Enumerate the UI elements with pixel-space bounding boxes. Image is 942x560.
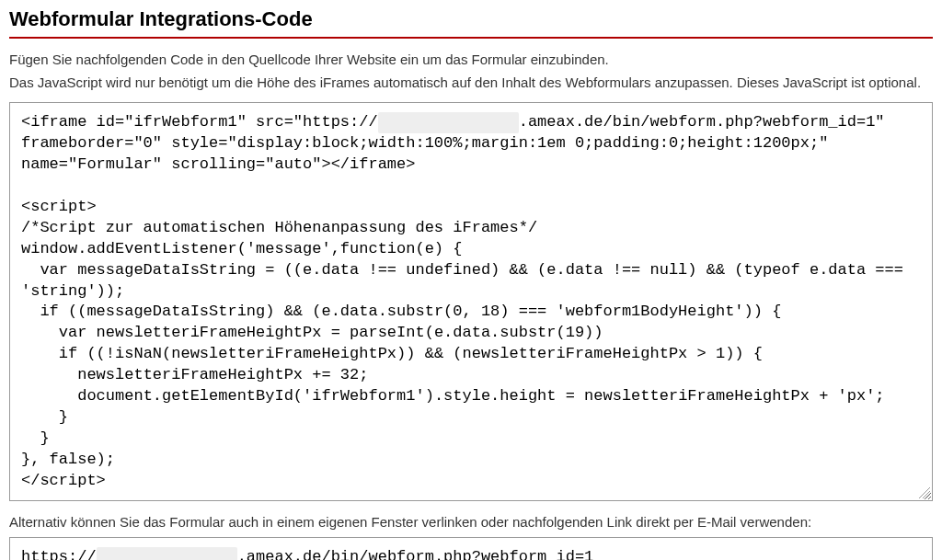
- link-prefix: https://: [21, 548, 97, 560]
- code-script-open: <script>: [21, 198, 97, 215]
- code-set: document.getElementById('ifrWebform1').s…: [21, 387, 885, 405]
- code-if1: if ((messageDataIsString) && (e.data.sub…: [21, 303, 781, 320]
- intro-line-1: Fügen Sie nachfolgenden Code in den Quel…: [9, 50, 933, 71]
- code-close1: }: [21, 408, 68, 426]
- code-var: var messageDataIsString = ((e.data !== u…: [21, 261, 913, 300]
- code-inc: newsletteriFrameHeightPx += 32;: [21, 366, 368, 383]
- code-var2: var newsletteriFrameHeightPx = parseInt(…: [21, 324, 603, 341]
- intro-line-2: Das JavaScript wird nur benötigt um die …: [9, 73, 933, 94]
- code-script-close: </script>: [21, 472, 106, 489]
- direct-link-textarea[interactable]: https:// .ameax.de/bin/webform.php?webfo…: [9, 537, 933, 560]
- code-close3: }, false);: [21, 451, 115, 468]
- header-divider: [9, 37, 933, 39]
- resize-handle-icon: [919, 487, 930, 498]
- code-script-comment: /*Script zur automatischen Höhenanpassun…: [21, 219, 537, 236]
- page-title: Webformular Integrations-Code: [9, 7, 933, 31]
- code-if2: if ((!isNaN(newsletteriFrameHeightPx)) &…: [21, 345, 763, 362]
- code-listener: window.addEventListener('message',functi…: [21, 240, 462, 257]
- alternative-text: Alternativ können Sie das Formular auch …: [9, 514, 933, 530]
- code-close2: }: [21, 429, 50, 447]
- integration-code-textarea[interactable]: <iframe id="ifrWebform1" src="https:// .…: [9, 102, 933, 501]
- masked-domain: [378, 112, 519, 133]
- link-suffix: .ameax.de/bin/webform.php?webform_id=1: [237, 548, 594, 560]
- masked-domain-link: [97, 547, 237, 560]
- code-iframe-prefix: <iframe id="ifrWebform1" src="https://: [21, 113, 378, 131]
